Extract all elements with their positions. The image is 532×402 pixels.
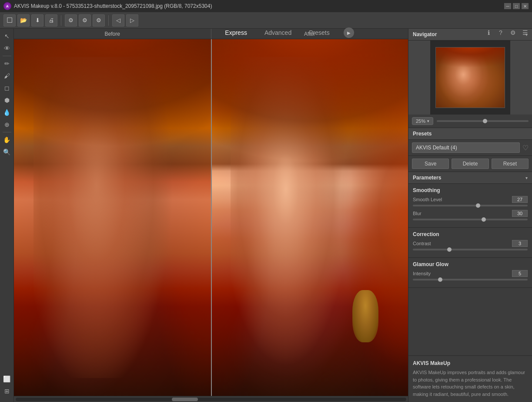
close-button[interactable]: ✕	[522, 3, 529, 9]
fill-tool-button[interactable]: ⬢	[1, 95, 13, 106]
description-section: AKVIS MakeUp AKVIS MakeUp improves portr…	[408, 355, 532, 402]
navigator-zoom-bar: 25% ▾	[408, 115, 532, 128]
app-icon: A	[3, 2, 11, 10]
correction-title: Correction	[413, 231, 528, 237]
info-icon: ℹ	[488, 29, 490, 36]
fill-icon: ⬢	[4, 97, 10, 104]
hscroll-thumb[interactable]	[172, 398, 198, 401]
contrast-slider-row	[413, 249, 528, 250]
canvas-area: Before After	[14, 29, 408, 402]
settings3-button[interactable]: ⚙	[93, 14, 105, 27]
description-text: AKVIS MakeUp improves portraits and adds…	[413, 369, 528, 398]
dropper-tool-button[interactable]: 💧	[1, 107, 13, 118]
new-file-button[interactable]: ☐	[3, 14, 16, 27]
hand-tool-button[interactable]: ↖	[1, 30, 13, 42]
eye-tool-button[interactable]: 👁	[1, 43, 13, 54]
save-preset-button[interactable]: Save	[412, 159, 449, 169]
eraser-icon: ◻	[4, 84, 10, 91]
contrast-slider-track[interactable]	[413, 249, 528, 250]
favorite-button[interactable]: ♡	[522, 144, 529, 152]
maximize-button[interactable]: □	[513, 3, 520, 9]
open-file-icon: 📂	[20, 17, 27, 24]
blur-slider-row	[413, 219, 528, 220]
canvas-viewport[interactable]	[14, 39, 408, 396]
smooth-level-input[interactable]	[512, 196, 528, 203]
menu-icon: ☰	[522, 29, 528, 36]
redo-button[interactable]: ▷	[126, 14, 138, 27]
tab-presets[interactable]: Presets	[305, 27, 333, 38]
blur-slider-thumb[interactable]	[482, 217, 486, 222]
tab-express[interactable]: Express	[221, 27, 251, 38]
before-portrait-image	[14, 39, 211, 396]
help-icon: ?	[499, 29, 502, 36]
settings3-icon: ⚙	[96, 17, 101, 24]
smoothing-title: Smoothing	[413, 187, 528, 193]
reset-preset-button[interactable]: Reset	[492, 159, 529, 169]
intensity-input[interactable]	[512, 270, 528, 277]
hscroll-track[interactable]	[16, 398, 406, 401]
canvas-image	[14, 39, 408, 396]
title-bar-left: A AKVIS Makeup v.8.0 - 575335123-shutter…	[3, 2, 212, 10]
pan-tool-button[interactable]: ✋	[1, 134, 13, 145]
settings2-button[interactable]: ⚙	[79, 14, 91, 27]
zoom-slider-track[interactable]	[437, 120, 529, 122]
contrast-input[interactable]	[512, 240, 528, 247]
smooth-level-slider-track[interactable]	[413, 205, 528, 206]
zoom-display[interactable]: 25% ▾	[412, 117, 433, 125]
horizontal-scrollbar[interactable]	[14, 396, 408, 402]
after-portrait-image	[211, 39, 408, 396]
intensity-slider-thumb[interactable]	[438, 277, 442, 282]
zoom-tool-button[interactable]: 🔍	[1, 146, 13, 158]
undo-button[interactable]: ◁	[112, 14, 124, 27]
stamp-tool-button[interactable]: ⊕	[1, 119, 13, 130]
parameters-dropdown-icon[interactable]: ▾	[525, 176, 528, 180]
blur-slider-track[interactable]	[413, 219, 528, 220]
contrast-slider-thumb[interactable]	[447, 247, 452, 252]
glamour-glow-section: Glamour Glow Intensity	[408, 258, 532, 288]
run-button[interactable]: ▶	[344, 27, 354, 38]
toolbar-separator-2	[108, 15, 109, 26]
after-canvas	[211, 39, 408, 396]
nav-right-strip	[510, 41, 532, 115]
navigator-preview[interactable]	[408, 41, 532, 115]
parameters-header: Parameters ▾	[408, 172, 532, 184]
nav-preview-inner	[435, 47, 505, 108]
save-file-button[interactable]: ⬇	[31, 14, 43, 27]
open-file-button[interactable]: 📂	[17, 14, 30, 27]
tab-advanced[interactable]: Advanced	[261, 27, 295, 38]
minimize-button[interactable]: ─	[504, 3, 511, 9]
intensity-slider-track[interactable]	[413, 279, 528, 280]
bottom-tool-2-button[interactable]: ⊞	[1, 385, 13, 397]
smooth-level-slider-thumb[interactable]	[476, 203, 480, 208]
zoom-value: 25%	[416, 118, 425, 124]
smoothing-section: Smoothing Smooth Level Blur	[408, 184, 532, 228]
delete-preset-button[interactable]: Delete	[452, 159, 489, 169]
title-bar-controls: ─ □ ✕	[504, 3, 529, 9]
stamp-icon: ⊕	[4, 121, 10, 128]
canvas-divider[interactable]	[211, 39, 212, 396]
description-title: AKVIS MakeUp	[413, 360, 528, 366]
settings1-button[interactable]: ⚙	[65, 14, 77, 27]
main-area: ↖ 👁 ✏ 🖌 ◻ ⬢ 💧 ⊕ ✋ 🔍	[0, 29, 532, 402]
brush-tool-button[interactable]: 🖌	[1, 70, 13, 81]
eye-icon: 👁	[4, 45, 10, 52]
help-button[interactable]: ?	[495, 27, 506, 38]
pencil-tool-button[interactable]: ✏	[1, 58, 13, 69]
info-button[interactable]: ℹ	[483, 27, 494, 38]
save-file-icon: ⬇	[35, 17, 40, 24]
gear-icon: ⚙	[510, 29, 516, 36]
eraser-tool-button[interactable]: ◻	[1, 82, 13, 94]
right-toolbar-icons: ℹ ? ⚙ ☰	[483, 24, 530, 41]
zoom-slider-thumb[interactable]	[483, 119, 487, 123]
print-button[interactable]: 🖨	[45, 14, 57, 27]
glamour-glow-title: Glamour Glow	[413, 261, 528, 267]
gear-button[interactable]: ⚙	[508, 27, 518, 38]
title-bar: A AKVIS Makeup v.8.0 - 575335123-shutter…	[0, 0, 532, 12]
pan-icon: ✋	[3, 136, 10, 143]
title-text: AKVIS Makeup v.8.0 - 575335123-shutterst…	[14, 3, 212, 9]
main-toolbar: ☐ 📂 ⬇ 🖨 ⚙ ⚙ ⚙ ◁ ▷	[0, 12, 142, 29]
blur-input[interactable]	[512, 210, 528, 217]
menu-button[interactable]: ☰	[520, 27, 530, 38]
presets-select[interactable]: AKVIS Default (1) AKVIS Default (2) AKVI…	[412, 142, 520, 153]
bottom-tool-1-button[interactable]: ⬜	[1, 373, 13, 385]
